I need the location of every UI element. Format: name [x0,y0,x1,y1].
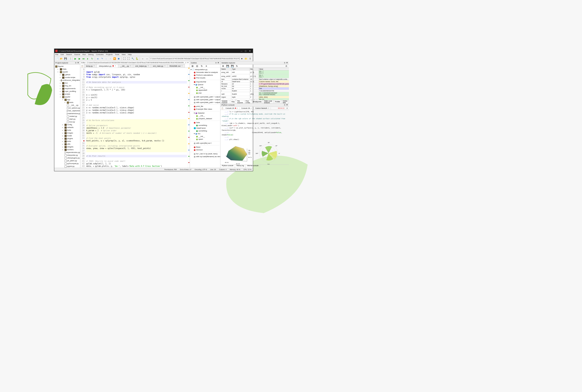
outline-item[interactable]: Derived [191,148,219,151]
tree-item[interactable]: requirements [55,87,80,90]
continue-icon[interactable]: ⏩ [113,57,116,61]
outline-item[interactable]: DataFrame [191,127,219,130]
debug-icon[interactable]: ⏯ [96,57,100,61]
tree-item[interactable]: __init__.py [55,104,80,107]
outline-item[interactable]: Sele [191,121,219,124]
varex-tab[interactable]: Find in files [244,100,252,103]
tree-item[interactable]: scripts [55,93,80,96]
ipy-tab[interactable]: Custom Name/A ✕ [254,107,271,109]
outline-tree[interactable]: ▾ 📄 interpolation.pyGenerate data for an… [190,68,220,168]
tree-item[interactable]: config [55,123,80,126]
varex-refresh-icon[interactable]: ↻ [235,64,239,68]
outline-item[interactable]: with open(data_path + output_file_n... [191,98,219,101]
close-tab-icon[interactable]: ✕ [148,65,149,67]
tree-item[interactable]: spyder [55,70,80,73]
tree-item[interactable]: start.py [55,118,80,120]
editor-menu-icon[interactable]: ⛭ ✕ [185,62,189,64]
tree-item[interactable]: .github [55,73,80,76]
ipy-options-icon[interactable]: ⛭ [285,106,289,110]
maximize-pane-icon[interactable]: ⛶ [123,57,126,61]
menu-debug[interactable]: Debug [88,54,94,56]
tree-item[interactable]: tests [55,140,80,143]
step-over-icon[interactable]: ↷ [100,57,104,61]
tree-item[interactable]: continuous_integration [55,79,80,82]
tree-item[interactable]: pil_patch.py [55,160,80,162]
tree-item[interactable]: app [55,98,80,101]
outline-item[interactable]: spam [191,138,219,141]
ipy-tablist-icon[interactable]: 📋 [220,106,224,110]
parent-dir-icon[interactable]: ⇧ [248,57,252,61]
maximize-button[interactable]: ▢ [244,49,248,52]
save-icon[interactable]: 💾 [64,57,67,61]
panel-menu-icon[interactable]: ⛭ ✕ [75,62,79,64]
outline-item[interactable]: Example filter class [191,108,219,110]
code-area[interactable]: 6789101112131415161718192021222324252627… [80,68,190,168]
varex-table[interactable]: NameTypeSizeValuearray_int8int8(2, 3)Min… [220,68,289,100]
menu-file[interactable]: File [55,54,58,56]
scrollbar-markers[interactable] [188,68,190,168]
tree-item[interactable]: py3compat.py [55,162,80,165]
tree-item[interactable]: conda.recipe [55,76,80,79]
varex-row[interactable]: nrowsint1344 [221,88,289,90]
tree-item[interactable]: img_src [55,84,80,87]
tree-item[interactable]: tests [55,101,80,104]
outline-item[interactable]: Base [191,146,219,148]
varex-col-header[interactable]: Value [258,68,289,70]
tree-item[interactable]: mac_stylesheet.qss [55,110,80,112]
outline-item[interactable]: __init__ [191,114,219,117]
outline-item[interactable]: __init__ [191,86,219,89]
varex-saveas-icon[interactable]: 💾 [230,64,234,68]
varex-tab[interactable]: Online help [282,100,289,103]
ipy-bottom-tab[interactable]: IPython console [220,165,235,168]
run-icon[interactable]: ▶ [73,57,77,61]
close-tab-icon[interactable]: ✕ [115,65,116,67]
editor-tab[interactable]: README.md✕ [167,64,185,68]
ipy-bottom-tab[interactable]: Internal console [246,165,260,168]
outline-item[interactable]: prepare_dataset [191,117,219,120]
varex-row[interactable]: filenamestr1C:\ProgramData\Anaconda3\lib… [221,83,289,85]
varex-row[interactable]: array_int8int8(2, 3)Min: -7 Max: 6 [221,70,289,74]
varex-tab[interactable]: Profiler [274,100,282,103]
varex-row[interactable]: barscontainer.BarContainer20BarContainer… [221,78,289,80]
varex-row[interactable]: regiontuple2(slice, slice) [221,96,289,98]
tree-item[interactable]: cli_options.py [55,107,80,110]
run-selection-icon[interactable]: ⏵ [86,57,90,61]
fullscreen-icon[interactable]: ⛶ [127,57,130,61]
varex-tab[interactable]: Static code analysis [263,100,274,103]
outline-item[interactable]: with open(data_path + output_file_n... [191,96,219,98]
outline-item[interactable]: ▾ foo [191,132,219,135]
outline-item[interactable]: ▾ Queue [191,83,219,86]
varex-row[interactable]: rgbfloat64(45, 45, 4)Min: 0.0 Max: 1.0 [221,98,289,100]
tree-item[interactable]: locale [55,134,80,137]
ipy-tab[interactable]: Console 1/A ✕ [224,107,240,109]
varex-tab[interactable]: Breakpoints [252,100,263,103]
outline-item[interactable]: something [191,130,219,132]
varex-row[interactable]: dfDataFrame(9, 2)Column names: bools, in… [221,80,289,83]
outline-item[interactable]: appendleft [191,89,219,92]
working-dir-input[interactable]: C:\Users\TestUser\Downloads\16740158420f… [149,57,239,60]
outline-item[interactable]: something [191,124,219,127]
outline-item[interactable]: with open(file) as f: [191,142,219,145]
prefs-icon[interactable]: 🔧 [131,57,135,61]
outline-sort-icon[interactable]: ≡ [204,64,208,68]
outline-item[interactable]: pop [191,92,219,94]
ipy-bottom-tab[interactable]: History log [235,165,246,168]
wd-dropdown-icon[interactable]: ▾ [240,57,244,61]
run-cell-icon[interactable]: ▶ [78,57,81,61]
menu-edit[interactable]: Edit [61,54,64,56]
tree-item[interactable]: plugins [55,137,80,140]
tree-item[interactable]: doc [55,82,80,84]
new-file-icon[interactable]: 📄 [55,57,59,61]
varex-col-header[interactable]: Type [231,68,250,70]
code-text[interactable]: import pylabfrom numpy import cos, linsp… [85,68,188,168]
editor-tab[interactable]: xml_main.py✕ [151,64,168,68]
tree-item[interactable]: fonts [55,129,80,132]
varex-row[interactable]: list_testlist2[Dataframe, Numpy array] [221,85,289,88]
minimize-button[interactable]: — [239,49,244,52]
close-tab-icon[interactable]: ✕ [164,65,166,67]
menu-search[interactable]: Search [66,54,72,56]
varex-col-header[interactable]: Size [249,68,258,70]
menu-projects[interactable]: Projects [106,54,113,56]
tree-item[interactable]: Data [55,68,80,70]
varex-import-icon[interactable]: ⬇ [221,64,225,68]
